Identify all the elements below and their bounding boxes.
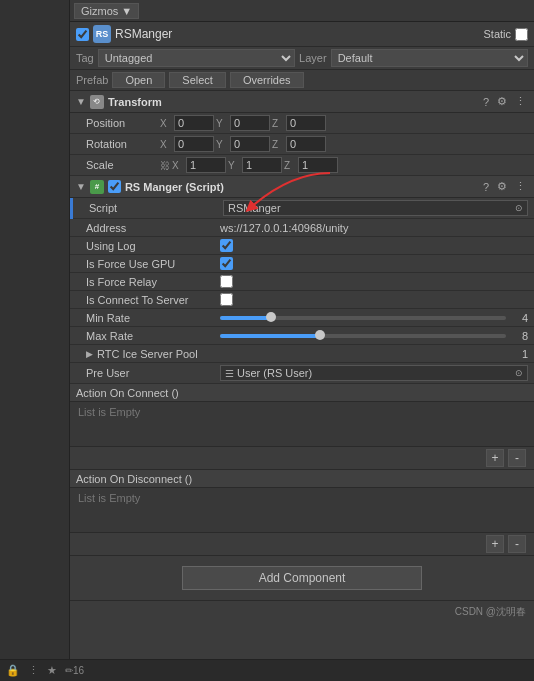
position-z-input[interactable]: 0 [286,115,326,131]
lock-icon[interactable]: 🔒 [6,664,20,677]
transform-menu-icon[interactable]: ⋮ [513,95,528,108]
gizmos-bar: Gizmos ▼ [70,0,534,22]
position-x-input[interactable]: 0 [174,115,214,131]
action-disconnect-remove-button[interactable]: - [508,535,526,553]
force-relay-checkbox[interactable] [220,275,233,288]
script-component-header: ▼ # RS Manger (Script) ? ⚙ ⋮ [70,176,534,198]
transform-settings-icon[interactable]: ⚙ [495,95,509,108]
script-ref-icon: ⊙ [515,203,523,213]
min-rate-label: Min Rate [86,312,216,324]
scale-z-input[interactable]: 1 [298,157,338,173]
action-disconnect-add-button[interactable]: + [486,535,504,553]
scale-label: Scale [86,159,156,171]
using-log-label: Using Log [86,240,216,252]
watermark: CSDN @沈明春 [70,601,534,623]
rtc-row: ▶ RTC Ice Server Pool 1 [70,345,534,363]
transform-title: Transform [108,96,477,108]
static-checkbox[interactable] [515,28,528,41]
max-rate-value: 8 [510,330,528,342]
pre-user-row: Pre User ☰ User (RS User) ⊙ [70,363,534,384]
max-rate-row: Max Rate 8 [70,327,534,345]
rotation-label: Rotation [86,138,156,150]
object-icon: RS [93,25,111,43]
force-gpu-checkbox[interactable] [220,257,233,270]
add-component-button[interactable]: Add Component [182,566,422,590]
script-foldout[interactable]: ▼ [76,181,86,192]
tag-dropdown[interactable]: Untagged [98,49,295,67]
prefab-select-button[interactable]: Select [169,72,226,88]
action-connect-list: List is Empty [70,402,534,447]
force-relay-row: Is Force Relay [70,273,534,291]
rotation-x-input[interactable]: 0 [174,136,214,152]
position-label: Position [86,117,156,129]
tag-layer-row: Tag Untagged Layer Default [70,47,534,70]
script-ref-value: RSManger [228,202,281,214]
force-relay-label: Is Force Relay [86,276,216,288]
transform-header: ▼ ⟲ Transform ? ⚙ ⋮ [70,91,534,113]
action-connect-header: Action On Connect () [70,384,534,402]
action-disconnect-label: Action On Disconnect () [76,473,192,485]
script-enabled-checkbox[interactable] [108,180,121,193]
menu-dots-icon[interactable]: ⋮ [28,664,39,677]
action-disconnect-empty-text: List is Empty [78,492,140,504]
star-icon[interactable]: ★ [47,664,57,677]
action-connect-add-button[interactable]: + [486,449,504,467]
min-rate-thumb[interactable] [266,312,276,322]
bottom-bar: 🔒 ⋮ ★ ✏16 [0,659,534,681]
script-settings-icon[interactable]: ⚙ [495,180,509,193]
scale-x-input[interactable]: 1 [186,157,226,173]
pre-user-ref[interactable]: ☰ User (RS User) ⊙ [220,365,528,381]
connect-server-label: Is Connect To Server [86,294,216,306]
scale-y-input[interactable]: 1 [242,157,282,173]
address-label: Address [86,222,216,234]
tag-label: Tag [76,52,94,64]
using-log-checkbox[interactable] [220,239,233,252]
object-name: RSManger [115,27,479,41]
object-active-checkbox[interactable] [76,28,89,41]
pre-user-label: Pre User [86,367,216,379]
inspector-panel: Gizmos ▼ RS RSManger Static Tag Untagged… [70,0,534,681]
transform-icon: ⟲ [90,95,104,109]
script-field-row: Script RSManger ⊙ [70,198,534,219]
prefab-row: Prefab Open Select Overrides [70,70,534,91]
transform-foldout[interactable]: ▼ [76,96,86,107]
add-component-area: Add Component [70,556,534,601]
pre-user-value: User (RS User) [237,367,312,379]
transform-help-icon[interactable]: ? [481,96,491,108]
min-rate-row: Min Rate 4 [70,309,534,327]
pre-user-ref-icon: ⊙ [515,368,523,378]
rtc-value: 1 [522,348,528,360]
script-help-icon[interactable]: ? [481,181,491,193]
max-rate-track[interactable] [220,334,506,338]
rtc-foldout[interactable]: ▶ [86,349,93,359]
action-connect-remove-button[interactable]: - [508,449,526,467]
script-ref-field[interactable]: RSManger ⊙ [223,200,528,216]
gizmos-chevron: ▼ [121,5,132,17]
min-rate-track[interactable] [220,316,506,320]
edit-counter: ✏16 [65,665,84,676]
min-rate-value: 4 [510,312,528,324]
connect-server-row: Is Connect To Server [70,291,534,309]
script-title: RS Manger (Script) [125,181,477,193]
prefab-label: Prefab [76,74,108,86]
script-menu-icon[interactable]: ⋮ [513,180,528,193]
min-rate-fill [220,316,271,320]
action-connect-empty-text: List is Empty [78,406,140,418]
force-gpu-row: Is Force Use GPU [70,255,534,273]
connect-server-checkbox[interactable] [220,293,233,306]
position-y-input[interactable]: 0 [230,115,270,131]
scale-link-icon: ⛓ [160,160,170,171]
max-rate-thumb[interactable] [315,330,325,340]
layer-label: Layer [299,52,327,64]
gizmos-button[interactable]: Gizmos ▼ [74,3,139,19]
max-rate-label: Max Rate [86,330,216,342]
prefab-overrides-button[interactable]: Overrides [230,72,304,88]
layer-dropdown[interactable]: Default [331,49,528,67]
position-row: Position X 0 Y 0 Z 0 [70,113,534,134]
rotation-y-input[interactable]: 0 [230,136,270,152]
rtc-label: RTC Ice Server Pool [97,348,217,360]
prefab-open-button[interactable]: Open [112,72,165,88]
action-disconnect-header: Action On Disconnect () [70,470,534,488]
rotation-z-input[interactable]: 0 [286,136,326,152]
using-log-row: Using Log [70,237,534,255]
